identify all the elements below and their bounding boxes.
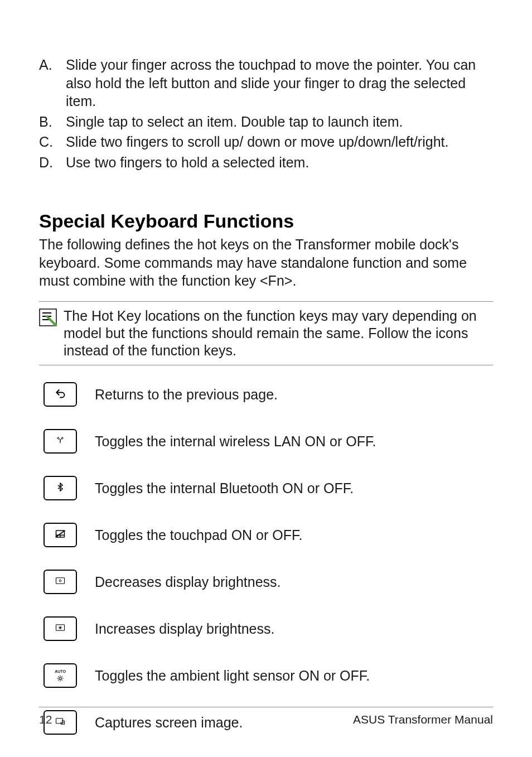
list-item: B. Single tap to select an item. Double … (39, 113, 493, 131)
auto-light-icon: AUTO (55, 669, 66, 682)
list-item: C. Slide two fingers to scroll up/ down … (39, 133, 493, 151)
key-row: Toggles the internal Bluetooth ON or OFF… (39, 476, 493, 500)
intro-paragraph: The following defines the hot keys on th… (39, 235, 493, 290)
page-number: 12 (39, 713, 52, 726)
key-row: Toggles the internal wireless LAN ON or … (39, 429, 493, 454)
key-description: Decreases display brightness. (95, 573, 281, 591)
svg-point-11 (60, 580, 61, 582)
key-box: AUTO (43, 663, 77, 688)
bluetooth-icon (57, 483, 64, 494)
key-box (43, 382, 77, 407)
svg-rect-10 (56, 578, 65, 584)
brightness-down-icon (55, 577, 65, 587)
key-description: Toggles the ambient light sensor ON or O… (95, 667, 370, 685)
brightness-up-icon (55, 624, 65, 634)
key-row: Decreases display brightness. (39, 570, 493, 594)
svg-line-36 (61, 676, 62, 677)
page-footer: 12 ASUS Transformer Manual (39, 707, 493, 726)
list-letter: C. (39, 133, 66, 151)
list-item: D. Use two fingers to hold a selected it… (39, 153, 493, 172)
svg-line-19 (61, 582, 62, 582)
svg-point-30 (59, 677, 61, 679)
list-text: Slide two fingers to scroll up/ down or … (66, 133, 493, 151)
key-row: Increases display brightness. (39, 616, 493, 641)
list-letter: B. (39, 113, 66, 131)
key-box (43, 429, 77, 454)
svg-line-29 (61, 629, 62, 629)
svg-point-21 (59, 626, 61, 629)
svg-line-16 (59, 580, 60, 580)
key-box (43, 523, 77, 547)
list-text: Single tap to select an item. Double tap… (66, 113, 493, 131)
key-row: AUTO Toggles the ambient light sensor ON… (39, 663, 493, 688)
list-letter: A. (39, 56, 66, 110)
touchpad-off-icon (55, 529, 65, 541)
list-item: A. Slide your finger across the touchpad… (39, 56, 493, 110)
key-description: Toggles the internal Bluetooth ON or OFF… (95, 479, 354, 498)
note-text: The Hot Key locations on the function ke… (64, 307, 493, 360)
svg-line-18 (59, 582, 60, 582)
key-row: Toggles the touchpad ON or OFF. (39, 523, 493, 547)
key-description: Returns to the previous page. (95, 385, 278, 404)
svg-line-37 (58, 679, 59, 680)
back-icon (55, 388, 65, 401)
key-description: Toggles the internal wireless LAN ON or … (95, 432, 376, 451)
lettered-list: A. Slide your finger across the touchpad… (39, 56, 493, 171)
footer-title: ASUS Transformer Manual (353, 713, 493, 726)
svg-line-35 (58, 676, 59, 677)
auto-label: AUTO (55, 669, 66, 673)
list-letter: D. (39, 153, 66, 172)
svg-line-27 (61, 626, 62, 627)
key-row: Returns to the previous page. (39, 382, 493, 407)
key-description: Increases display brightness. (95, 620, 274, 638)
wifi-icon (56, 436, 65, 447)
svg-line-26 (59, 626, 59, 627)
key-box (43, 616, 77, 641)
list-text: Slide your finger across the touchpad to… (66, 56, 493, 110)
svg-line-38 (61, 679, 62, 680)
svg-line-28 (59, 629, 59, 629)
list-text: Use two fingers to hold a selected item. (66, 153, 493, 172)
svg-line-17 (61, 580, 62, 580)
note-box: The Hot Key locations on the function ke… (39, 301, 493, 366)
note-icon (39, 308, 57, 326)
key-description: Toggles the touchpad ON or OFF. (95, 526, 302, 544)
key-box (43, 570, 77, 594)
key-box (43, 476, 77, 500)
section-heading: Special Keyboard Functions (39, 210, 493, 232)
